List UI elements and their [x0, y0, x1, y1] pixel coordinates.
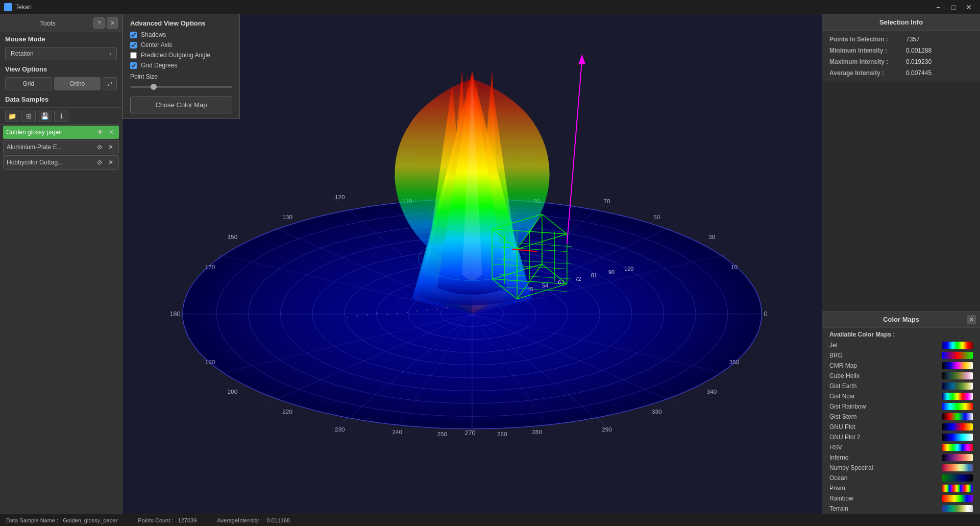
svg-text:63: 63	[558, 279, 564, 285]
maximize-button[interactable]: □	[946, 0, 961, 14]
svg-text:250: 250	[437, 431, 448, 437]
sample-remove-button[interactable]: ✕	[106, 158, 115, 167]
titlebar: Tekari − □ ✕	[0, 0, 980, 14]
ortho-button[interactable]: Ortho	[54, 77, 101, 90]
colormap-name: BRG	[829, 352, 942, 359]
avg-intensity-status-value: 0.011168	[266, 517, 290, 523]
image-button[interactable]: ⊞	[21, 110, 36, 122]
sample-visibility-button[interactable]: ⊘	[95, 158, 104, 167]
svg-point-106	[397, 313, 398, 315]
sample-name-value: Golden_glossy_paper	[63, 517, 117, 523]
advanced-view-options-panel: Advanced View Options Shadows Center Axi…	[122, 14, 240, 119]
colormap-item[interactable]: Rainbow	[826, 493, 976, 504]
min-intensity-row: Minimum Intensity : 0.001288	[822, 45, 980, 56]
svg-text:130: 130	[282, 213, 292, 220]
sample-visibility-button[interactable]: ⊘	[95, 142, 104, 152]
point-size-slider[interactable]	[130, 86, 232, 88]
shadows-checkbox[interactable]	[130, 32, 137, 38]
svg-text:280: 280	[532, 428, 542, 435]
colormap-name: GNU Plot	[829, 423, 942, 431]
minimize-button[interactable]: −	[931, 0, 945, 14]
sample-remove-button[interactable]: ✕	[106, 142, 115, 152]
colormap-item[interactable]: Prism	[826, 483, 976, 493]
colormap-name: Rainbow	[829, 495, 942, 502]
colormap-name: Gist Earth	[829, 382, 942, 390]
center-axis-checkbox[interactable]	[130, 42, 137, 49]
colormap-item[interactable]: BRG	[826, 350, 976, 361]
colormap-item[interactable]: Gist Rainbow	[826, 401, 976, 412]
svg-text:81: 81	[591, 272, 597, 278]
save-icon: 💾	[41, 112, 49, 120]
colormap-list: Jet BRG CMR Map Cube Helix Gist Earth Gi…	[822, 340, 980, 514]
colormap-item[interactable]: GNU Plot	[826, 422, 976, 432]
status-sample-name: Data Sample Name : Golden_glossy_paper	[6, 517, 117, 523]
colormap-item[interactable]: Gist Ncar	[826, 391, 976, 401]
sample-remove-button[interactable]: ✕	[107, 128, 116, 137]
tools-help-button[interactable]: ?	[93, 17, 105, 29]
svg-text:150: 150	[228, 233, 238, 240]
view-options-label: View Options	[0, 62, 122, 75]
colormap-item[interactable]: Inferno	[826, 452, 976, 463]
grid-degrees-row: Grid Degrees	[130, 62, 232, 69]
app-icon	[4, 3, 12, 11]
colormap-item[interactable]: Numpy Spectral	[826, 463, 976, 473]
data-samples-toolbar: 📁 ⊞ 💾 ℹ	[0, 107, 122, 125]
colormap-swatch	[942, 362, 973, 369]
colormap-item[interactable]: Jet	[826, 340, 976, 350]
colormap-name: Inferno	[829, 454, 942, 461]
close-button[interactable]: ✕	[962, 0, 976, 14]
colormap-swatch	[942, 474, 973, 482]
avg-intensity-label: Average Intensity :	[829, 69, 906, 77]
status-points-count: Points Count : 127039	[138, 517, 197, 523]
info-button[interactable]: ℹ	[54, 110, 68, 122]
colormap-item[interactable]: CMR Map	[826, 361, 976, 371]
colormap-swatch	[942, 505, 973, 512]
mouse-mode-value: Rotation	[11, 50, 34, 57]
colormap-item[interactable]: HSV	[826, 442, 976, 452]
statusbar: Data Sample Name : Golden_glossy_paper P…	[0, 514, 980, 526]
view-icon-button[interactable]: ⇄	[103, 77, 117, 90]
save-button[interactable]: 💾	[38, 110, 52, 122]
colormap-item[interactable]: Ocean	[826, 473, 976, 483]
available-colormaps-label: Available Color Maps :	[822, 328, 980, 340]
grid-button[interactable]: Grid	[5, 77, 52, 90]
colormap-swatch	[942, 444, 973, 451]
avg-intensity-value: 0.007445	[906, 69, 932, 77]
grid-degrees-checkbox[interactable]	[130, 62, 137, 69]
mouse-mode-label: Mouse Mode	[0, 32, 122, 45]
colormap-item[interactable]: Cube Helix	[826, 371, 976, 381]
colormap-swatch	[942, 434, 973, 441]
colormap-name: Ocean	[829, 474, 942, 482]
predicted-outgoing-checkbox[interactable]	[130, 52, 137, 59]
colormap-swatch	[942, 382, 973, 390]
svg-text:340: 340	[707, 388, 717, 395]
sample-name: Hobbycolor Guttag...	[7, 159, 93, 166]
center-axis-row: Center Axis	[130, 41, 232, 49]
svg-text:54: 54	[542, 282, 548, 289]
status-avg-intensity: AverageIntensity : 0.011168	[217, 517, 290, 523]
svg-text:0: 0	[764, 310, 768, 318]
min-intensity-label: Minimum Intensity :	[829, 47, 906, 54]
colormap-item[interactable]: Gist Stern	[826, 412, 976, 422]
colormaps-close-button[interactable]: ✕	[967, 315, 976, 324]
mouse-mode-button[interactable]: Rotation ›	[5, 47, 117, 60]
svg-point-111	[447, 307, 448, 309]
sample-item[interactable]: Aluminium-Plate E... ⊘ ✕	[3, 140, 119, 154]
svg-point-109	[427, 309, 428, 311]
colormap-item[interactable]: Gist Earth	[826, 381, 976, 391]
colormap-swatch	[942, 352, 973, 359]
svg-point-114	[347, 317, 348, 318]
colormap-item[interactable]: Terrain	[826, 504, 976, 514]
colormap-name: Gist Ncar	[829, 393, 942, 400]
sample-item[interactable]: Hobbycolor Guttag... ⊘ ✕	[3, 155, 119, 170]
choose-colormap-button[interactable]: Chose Color Map	[130, 97, 232, 113]
sample-visibility-button[interactable]: 👁	[95, 128, 105, 137]
sample-item[interactable]: Golden glossy paper 👁 ✕	[3, 126, 119, 139]
tools-close-button[interactable]: ✕	[107, 17, 118, 29]
open-folder-button[interactable]: 📁	[5, 110, 19, 122]
predicted-outgoing-row: Predicted Outgoing Angle	[130, 52, 232, 59]
svg-text:180: 180	[169, 310, 180, 318]
colormap-item[interactable]: GNU Plot 2	[826, 432, 976, 442]
points-in-selection-value: 7357	[906, 36, 920, 43]
svg-text:240: 240	[393, 428, 403, 435]
